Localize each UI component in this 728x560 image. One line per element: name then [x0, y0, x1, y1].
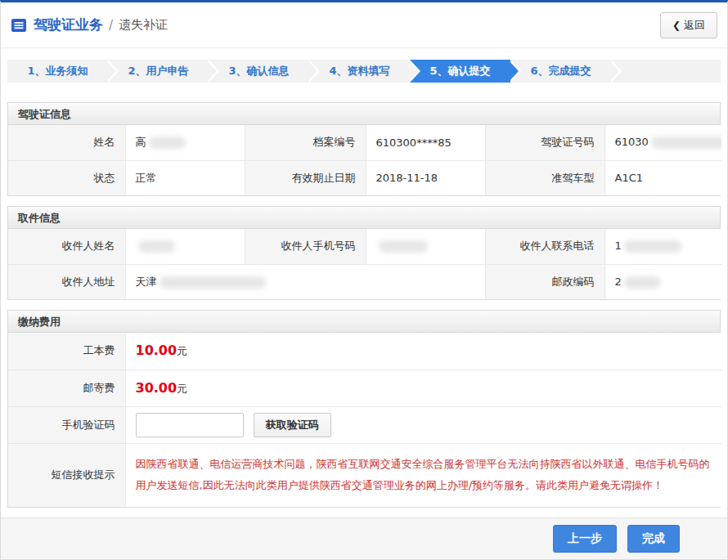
- table-row: 手机验证码 获取验证码: [8, 406, 721, 443]
- section-license-info: 驾驶证信息 姓名 高 档案编号 610300****85 驾驶证号码 61030…: [7, 102, 721, 196]
- recipient-address-value: 天津: [125, 264, 485, 299]
- redacted-value: [149, 137, 186, 149]
- recipient-phone-label: 收件人联系电话: [485, 229, 604, 264]
- status-label: 状态: [8, 160, 125, 195]
- work-fee-unit: 元: [177, 345, 187, 357]
- recipient-name-label: 收件人姓名: [8, 229, 125, 264]
- sms-code-cell: 获取验证码: [125, 406, 721, 443]
- get-sms-code-button[interactable]: 获取验证码: [254, 413, 331, 437]
- recipient-phone-value: 1: [604, 229, 721, 264]
- breadcrumb-current: 遗失补证: [119, 17, 168, 33]
- section-pickup-info: 取件信息 收件人姓名 收件人手机号码 收件人联系电话 1 收件人地址 天津 邮政…: [7, 206, 721, 300]
- file-no-label: 档案编号: [245, 125, 366, 160]
- sms-code-label: 手机验证码: [8, 406, 125, 443]
- section-fees: 缴纳费用 工本费 10.00元 邮寄费 30.00元 手机验证码 获取验证码 短…: [7, 310, 721, 508]
- postcode-label: 邮政编码: [485, 264, 604, 299]
- table-row: 收件人姓名 收件人手机号码 收件人联系电话 1: [8, 229, 721, 264]
- license-no-value: 61030: [604, 125, 721, 160]
- name-value: 高: [125, 125, 245, 160]
- step-2-user-declaration[interactable]: 2、用户申告: [108, 60, 209, 83]
- name-label: 姓名: [8, 125, 125, 160]
- step-5-confirm-submit[interactable]: 5、确认提交: [410, 60, 510, 83]
- sms-notice-cell: 因陕西省联通、电信运营商技术问题，陕西省互联网交通安全综合服务管理平台无法向持陕…: [125, 443, 721, 507]
- vehicle-type-label: 准驾车型: [485, 160, 604, 195]
- sms-notice-label: 短信接收提示: [8, 443, 125, 507]
- finish-button[interactable]: 完成: [627, 525, 680, 553]
- redacted-value: [138, 240, 175, 253]
- page: 驾驶证业务 / 遗失补证 ❮返回 1、业务须知 2、用户申告 3、确认信息 4、…: [0, 0, 728, 560]
- redacted-value: [379, 240, 428, 253]
- recipient-mobile-value: [366, 229, 485, 264]
- recipient-mobile-label: 收件人手机号码: [245, 229, 366, 264]
- table-row: 邮寄费 30.00元: [8, 370, 721, 406]
- work-fee-value: 10.00元: [125, 333, 721, 370]
- table-row: 工本费 10.00元: [8, 333, 721, 370]
- work-fee-label: 工本费: [8, 333, 125, 370]
- steps-bar: 1、业务须知 2、用户申告 3、确认信息 4、资料填写 5、确认提交 6、完成提…: [7, 60, 721, 83]
- back-button-label: 返回: [684, 19, 705, 31]
- back-chevron-icon: ❮: [672, 20, 681, 31]
- post-fee-value: 30.00元: [125, 370, 721, 406]
- postcode-value: 2: [604, 264, 721, 299]
- table-row: 状态 正常 有效期止日期 2018-11-18 准驾车型 A1C1: [8, 160, 721, 195]
- back-button[interactable]: ❮返回: [660, 12, 717, 38]
- expiry-label: 有效期止日期: [245, 160, 366, 195]
- footer-bar: 上一步 完成: [1, 517, 727, 559]
- sms-notice-text: 因陕西省联通、电信运营商技术问题，陕西省互联网交通安全综合服务管理平台无法向持陕…: [136, 454, 712, 496]
- header: 驾驶证业务 / 遗失补证 ❮返回: [1, 2, 727, 48]
- fees-section-title: 缴纳费用: [8, 311, 720, 333]
- step-1-business-notice[interactable]: 1、业务须知: [7, 60, 108, 83]
- license-section-title: 驾驶证信息: [8, 103, 720, 125]
- recipient-address-label: 收件人地址: [8, 264, 125, 299]
- status-value: 正常: [125, 160, 245, 195]
- post-fee-label: 邮寄费: [8, 370, 125, 406]
- redacted-value: [624, 240, 681, 253]
- prev-step-button[interactable]: 上一步: [553, 525, 617, 553]
- license-info-table: 姓名 高 档案编号 610300****85 驾驶证号码 61030 状态 正常…: [8, 125, 721, 195]
- pickup-section-title: 取件信息: [8, 207, 720, 229]
- license-no-label: 驾驶证号码: [485, 125, 604, 160]
- redacted-value: [624, 276, 661, 289]
- expiry-value: 2018-11-18: [366, 160, 485, 195]
- file-no-value: 610300****85: [366, 125, 485, 160]
- pickup-info-table: 收件人姓名 收件人手机号码 收件人联系电话 1 收件人地址 天津 邮政编码 2: [8, 229, 721, 299]
- table-row: 姓名 高 档案编号 610300****85 驾驶证号码 61030: [8, 125, 721, 160]
- table-row: 收件人地址 天津 邮政编码 2: [8, 264, 721, 299]
- post-fee-unit: 元: [177, 383, 187, 395]
- step-3-confirm-info[interactable]: 3、确认信息: [209, 60, 309, 83]
- page-title: 驾驶证业务: [34, 16, 103, 34]
- redacted-value: [651, 137, 721, 149]
- breadcrumb-divider: /: [109, 18, 113, 33]
- vehicle-type-value: A1C1: [604, 160, 721, 195]
- step-6-finish-submit[interactable]: 6、完成提交: [510, 60, 611, 83]
- work-fee-amount: 10.00: [136, 343, 178, 358]
- fees-table: 工本费 10.00元 邮寄费 30.00元 手机验证码 获取验证码 短信接收提示…: [8, 333, 721, 507]
- list-icon: [11, 17, 27, 34]
- recipient-name-value: [125, 229, 245, 264]
- sms-code-input[interactable]: [136, 413, 244, 437]
- post-fee-amount: 30.00: [136, 380, 178, 396]
- table-row: 短信接收提示 因陕西省联通、电信运营商技术问题，陕西省互联网交通安全综合服务管理…: [8, 443, 721, 507]
- redacted-value: [160, 276, 266, 289]
- step-4-fill-material[interactable]: 4、资料填写: [309, 60, 410, 83]
